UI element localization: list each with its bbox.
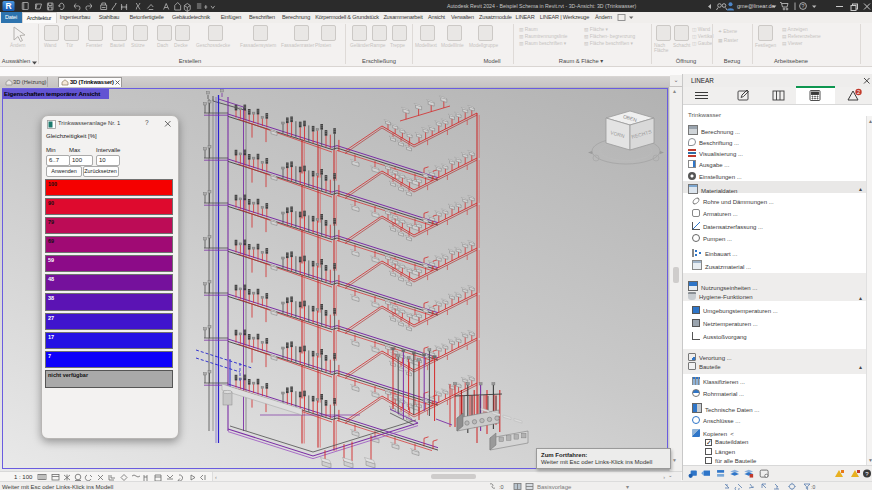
svg-text::0: :0 bbox=[499, 484, 504, 490]
svg-text:2: 2 bbox=[857, 89, 860, 95]
svg-text::0: :0 bbox=[811, 484, 815, 490]
svg-text:R: R bbox=[5, 1, 11, 11]
